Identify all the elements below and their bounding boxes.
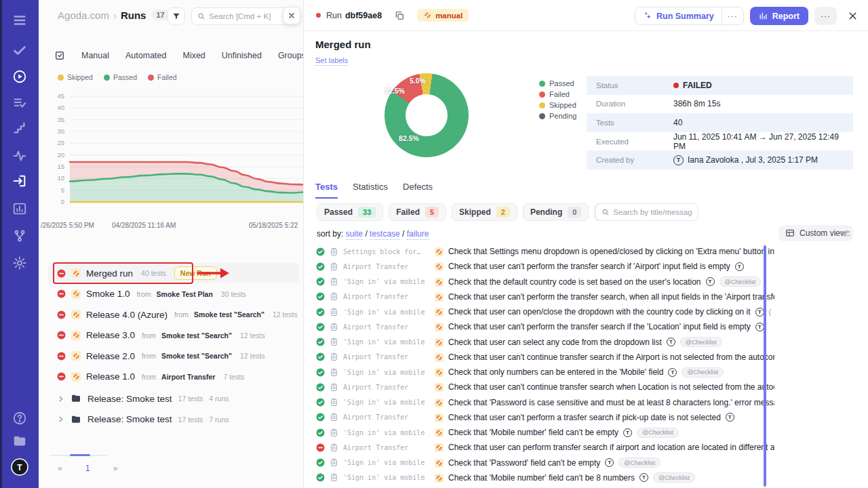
trend-chart-legend: SkippedPassedFailed (58, 73, 177, 81)
sort-link-failure[interactable]: failure (407, 229, 429, 240)
chip-label: Passed (324, 207, 353, 217)
tests-search-input[interactable] (613, 208, 692, 216)
checklist-tag[interactable]: @Checklist (618, 458, 660, 468)
sort-link-testcase[interactable]: testcase (370, 229, 400, 240)
more-actions-button[interactable]: ··· (814, 7, 837, 25)
legend-item-skipped[interactable]: Skipped (58, 73, 93, 81)
run-list-item[interactable]: Release 2.0fromSmoke test "Search"12 tes… (48, 346, 299, 366)
tab-automated[interactable]: Automated (125, 51, 166, 60)
runs-search-input[interactable] (209, 12, 284, 20)
menu-icon[interactable] (12, 13, 27, 28)
test-row[interactable]: Airport TransferCheck that user can't pe… (316, 319, 774, 334)
report-button[interactable]: Report (750, 7, 808, 25)
test-row[interactable]: Airport TransferCheck that user can't co… (316, 350, 774, 365)
test-suite-name: 'Sign in' via mobile (343, 369, 430, 376)
chip-label: Skipped (459, 207, 491, 217)
test-row[interactable]: Airport TransferCheck that user can't pe… (316, 410, 774, 425)
tab-defects[interactable]: Defects (403, 182, 433, 199)
run-group-item[interactable]: Release: Smoke test17 tests7 runs (48, 409, 299, 430)
run-list-item[interactable]: Smoke 1.0fromSmoke Test Plan30 tests (48, 284, 299, 304)
view-settings-sliders-icon[interactable] (841, 228, 851, 239)
filter-button[interactable] (167, 7, 185, 25)
passed-status-icon (316, 428, 325, 437)
legend-item-failed[interactable]: Failed (148, 73, 177, 81)
tab-mixed[interactable]: Mixed (182, 51, 205, 60)
test-row[interactable]: 'Sign in' via mobileCheck that 'Mobile n… (316, 425, 774, 440)
test-row[interactable]: 'Sign in' via mobileCheck that only numb… (316, 365, 774, 380)
chip-passed[interactable]: Passed33 (317, 203, 383, 221)
chip-failed[interactable]: Failed5 (389, 203, 446, 221)
chip-pending[interactable]: Pending0 (523, 203, 589, 221)
help-icon[interactable] (12, 411, 27, 426)
pagination-page-1[interactable]: 1 (81, 462, 94, 474)
pulse-icon[interactable] (12, 148, 27, 163)
checklist-tag[interactable]: @Checklist (719, 277, 762, 287)
run-group-item[interactable]: Release: Smoke test17 tests4 runs (48, 388, 299, 409)
test-row[interactable]: 'Sign in' via mobileCheck that the defau… (316, 274, 774, 289)
test-row[interactable]: 'Sign in' via mobileCheck that 'Mobile n… (316, 470, 774, 485)
tab-unfinished[interactable]: Unfinished (222, 51, 262, 60)
test-row[interactable]: Airport TransferCheck that user can't pe… (316, 289, 774, 304)
manual-run-icon (71, 289, 81, 299)
test-row[interactable]: 'Sign in' via mobileCheck that user can … (316, 304, 774, 319)
projects-folder-icon[interactable] (12, 434, 27, 449)
chevron-right-icon[interactable] (57, 395, 64, 403)
tests-scrollbar[interactable] (764, 245, 766, 487)
list-scrollbar-thumb[interactable] (70, 454, 90, 456)
run-list-item[interactable]: Release 3.0fromSmoke test "Search"12 tes… (48, 325, 299, 346)
run-detail-header: Run dbf59ae8 manual Run Summary ··· Repo… (304, 0, 868, 31)
checklist-tag[interactable]: @Checklist (682, 367, 724, 378)
tests-search[interactable] (595, 203, 698, 221)
runs-search[interactable] (191, 7, 290, 25)
run-summary-button[interactable]: Run Summary (635, 7, 722, 24)
checklist-tag[interactable]: @Checklist (653, 472, 695, 483)
test-row[interactable]: Settings block for…Check that Settings m… (316, 244, 774, 259)
close-icon[interactable] (847, 10, 859, 22)
legend-label: Pending (549, 112, 576, 120)
breadcrumb-project[interactable]: Agoda.com (58, 9, 109, 21)
test-case-icon (330, 352, 338, 361)
analytics-icon[interactable] (12, 201, 27, 216)
test-row[interactable]: Airport TransferCheck that user can't co… (316, 380, 774, 394)
play-circle-icon[interactable] (12, 69, 27, 84)
select-all-icon[interactable] (54, 50, 65, 61)
pagination-prev[interactable]: « (54, 462, 66, 474)
tab-tests[interactable]: Tests (315, 182, 338, 199)
checklist-icon[interactable] (12, 96, 27, 110)
run-from-label: from (142, 352, 156, 360)
test-row[interactable]: 'Sign in' via mobileCheck that 'Password… (316, 395, 774, 410)
settings-gear-icon[interactable] (12, 256, 27, 270)
run-summary-more-button[interactable]: ··· (722, 7, 743, 24)
test-suite-name: Airport Transfer (343, 263, 430, 270)
run-list-item[interactable]: Release 1.0fromAirport Transfer7 tests (48, 367, 299, 387)
run-tests-count: 12 tests (240, 352, 265, 360)
check-icon[interactable] (12, 43, 27, 58)
runs-icon[interactable] (12, 174, 27, 188)
tab-manual[interactable]: Manual (81, 51, 109, 60)
panel-close-button[interactable] (283, 7, 300, 24)
run-plan-name: Smoke test "Search" (161, 352, 232, 360)
test-row[interactable]: Airport TransferCheck that user can't pe… (316, 259, 774, 274)
steps-icon[interactable] (12, 121, 27, 136)
chevron-right-icon[interactable] (57, 415, 64, 423)
run-list-item[interactable]: Release 4.0 (Azure)fromSmoke test "Searc… (48, 304, 299, 325)
chip-skipped[interactable]: Skipped2 (452, 203, 517, 221)
test-row[interactable]: 'Sign in' via mobileCheck that user can … (316, 335, 774, 350)
set-labels-link[interactable]: Set labels (315, 56, 348, 66)
test-row[interactable]: 'Sign in' via mobileCheck that 'Password… (316, 455, 774, 470)
run-status-dot (316, 13, 321, 18)
user-avatar[interactable]: T (11, 458, 28, 476)
branches-icon[interactable] (12, 228, 27, 243)
checklist-tag[interactable]: @Checklist (680, 337, 722, 347)
tab-statistics[interactable]: Statistics (353, 182, 388, 199)
pagination-next[interactable]: » (109, 462, 122, 474)
tab-groups[interactable]: Groups (278, 51, 304, 60)
copy-icon[interactable] (394, 10, 405, 21)
checklist-tag[interactable]: @Checklist (637, 428, 679, 438)
legend-item-passed[interactable]: Passed (104, 73, 137, 81)
manual-case-icon (435, 426, 443, 439)
run-list-item[interactable]: Merged run40 testsNew Run (48, 263, 299, 283)
test-row[interactable]: Airport TransferCheck that user can perf… (316, 440, 774, 455)
sort-link-suite[interactable]: suite (346, 229, 363, 240)
breadcrumb-separator: › (113, 9, 117, 21)
